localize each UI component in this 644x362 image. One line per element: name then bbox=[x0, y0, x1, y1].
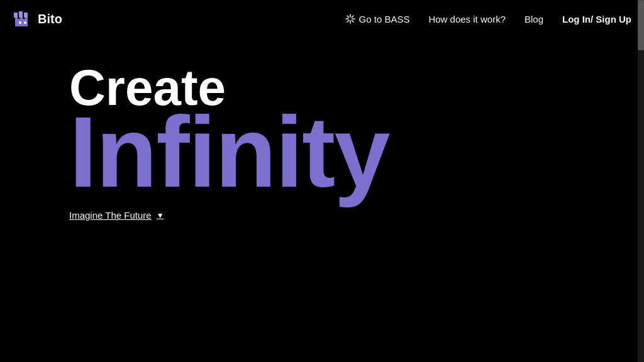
nav-links: Go to BASS How does it work? Blog Log In… bbox=[345, 14, 631, 25]
login-button[interactable]: Log In/ Sign Up bbox=[562, 14, 631, 25]
navbar: Bito Go to BASS How does it work? bbox=[0, 0, 644, 38]
svg-point-7 bbox=[19, 21, 21, 24]
imagine-future-link[interactable]: Imagine The Future ▼ bbox=[69, 210, 164, 221]
imagine-future-label: Imagine The Future bbox=[69, 210, 152, 221]
svg-line-14 bbox=[352, 20, 353, 22]
logo[interactable]: Bito bbox=[13, 9, 62, 29]
go-to-bass-label: Go to BASS bbox=[359, 14, 410, 25]
how-does-it-work-label: How does it work? bbox=[428, 14, 506, 25]
svg-line-16 bbox=[347, 20, 349, 22]
svg-rect-5 bbox=[19, 11, 23, 18]
imagine-arrow-icon: ▼ bbox=[157, 211, 164, 220]
how-does-it-work-link[interactable]: How does it work? bbox=[428, 14, 506, 25]
svg-rect-6 bbox=[24, 13, 28, 18]
svg-line-13 bbox=[347, 16, 349, 18]
scrollbar[interactable] bbox=[638, 0, 644, 362]
hero-infinity-text: Infinity bbox=[69, 107, 644, 197]
logo-text: Bito bbox=[38, 12, 62, 26]
bito-logo-icon bbox=[13, 9, 33, 29]
blog-link[interactable]: Blog bbox=[525, 14, 543, 25]
svg-point-8 bbox=[24, 21, 26, 24]
svg-line-15 bbox=[352, 16, 353, 18]
bass-spinner-icon bbox=[345, 14, 355, 24]
hero-section: Create Infinity Imagine The Future ▼ bbox=[0, 38, 644, 221]
svg-rect-4 bbox=[14, 13, 18, 18]
blog-label: Blog bbox=[525, 14, 543, 25]
go-to-bass-link[interactable]: Go to BASS bbox=[345, 14, 410, 25]
